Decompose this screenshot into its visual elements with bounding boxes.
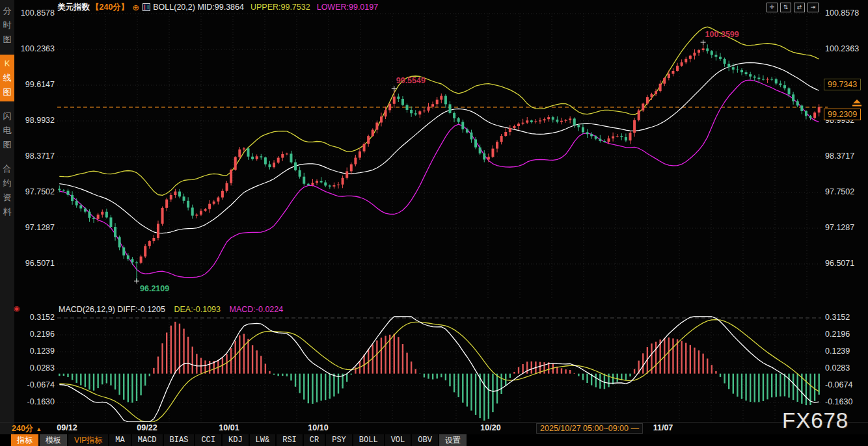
toolbar-item-CR[interactable]: CR [304,434,325,446]
macd-diff-value: DIFF:-0.1205 [117,305,165,314]
toolbar-item-设置[interactable]: 设置 [439,434,467,446]
toolbar-item-RSI[interactable]: RSI [277,434,303,446]
macd-ytick: -0.1630 [825,397,852,406]
macd-ytick: 0.2196 [825,330,850,339]
symbol-title: 美元指数 [57,2,90,13]
macd-ytick: 0.1239 [825,347,850,356]
macd-pane [59,317,819,422]
x-axis-current-label: 2025/10/27 05:00~09:00 — [536,423,643,434]
sidebar-tab-K线图[interactable]: K线图 [0,55,14,101]
main-ytick: 97.1287 [825,223,854,232]
main-ytick: 98.9932 [17,116,55,125]
toolbar-item-OBV[interactable]: OBV [412,434,438,446]
main-ytick: 100.8578 [825,8,859,18]
period-label: 【240分】 [91,2,129,13]
main-ytick: 100.2363 [17,44,55,53]
macd-dea-value: DEA:-0.1093 [174,305,221,314]
main-ytick: 96.5071 [825,259,854,268]
main-ytick: 97.1287 [17,223,55,232]
macd-ytick: -0.1630 [17,397,55,406]
main-ytick: 96.5071 [17,259,55,268]
macd-header: MACD(26,12,9) DIFF:-0.1205 DEA:-0.1093 M… [59,305,283,314]
toolbar-item-VOL[interactable]: VOL [385,434,411,446]
period-selector[interactable]: 240分▲ [12,423,42,434]
watermark-logo: FX678 [782,408,848,433]
macd-pane-icon[interactable]: ◉ [14,304,20,313]
x-axis-label: 10/01 [219,423,239,432]
candles [58,42,820,281]
bollinger-bands [59,27,819,277]
macd-ytick: 0.0283 [825,363,850,373]
sidebar: 分时图K线图闪电图合约资料 [0,0,14,446]
boll-upper-value: UPPER:99.7532 [251,3,310,12]
macd-ytick: 0.0283 [17,363,55,373]
indicator-toolbar: 指标模板VIP指标MAMACDBIASCCIKDJLW&RSICRPSYBOLL… [0,434,868,446]
band-price-tag: 99.7343 [824,79,861,90]
x-axis-label: 09/22 [137,423,157,432]
x-axis-label: 11/07 [653,423,673,432]
toolbar-item-BOLL[interactable]: BOLL [353,434,384,446]
x-axis-label: 10/10 [308,423,328,432]
toolbar-item-LW&[interactable]: LW& [250,434,276,446]
main-ytick: 97.7502 [17,187,55,196]
main-ytick: 97.7502 [825,187,854,196]
macd-ytick: 0.3152 [825,313,850,322]
last-price-tag: 99.2309 [824,109,861,120]
app-window: 分时图K线图闪电图合约资料 美元指数 【240分】 ⊕ BOLL(20,2) M… [0,0,868,446]
macd-macd-value: MACD:-0.0224 [230,305,284,314]
zoom-x-axis-icon[interactable]: ⇄ [794,3,805,12]
window-controls: ✛⇅⇄⇥ [766,3,819,12]
toolbar-item-PSY[interactable]: PSY [326,434,352,446]
x-axis-label: 10/20 [480,423,500,432]
macd-ytick: 0.2196 [17,330,55,339]
grid [57,14,821,421]
price-annotation: 100.3599 [705,30,739,39]
pan-icon[interactable]: ✛ [766,3,778,12]
triangle-up-icon: ▲ [36,426,42,432]
toolbar-item-MACD[interactable]: MACD [132,434,163,446]
main-ytick: 98.3717 [825,151,854,161]
price-annotation: 99.5549 [396,76,426,85]
macd-ytick: -0.0674 [17,380,55,389]
toolbar-item-MA[interactable]: MA [109,434,130,446]
x-axis: 240分▲ 09/1209/2210/0110/1010/202025/10/2… [0,422,868,434]
main-ytick: 99.6147 [17,80,55,89]
boll-mid-value: BOLL(20,2) MID:99.3864 [153,3,244,12]
toolbar-item-CCI[interactable]: CCI [195,434,221,446]
main-ytick: 100.2363 [825,44,859,53]
chart-header: 美元指数 【240分】 ⊕ BOLL(20,2) MID:99.3864 UPP… [57,2,378,12]
main-ytick: 100.8578 [17,8,55,18]
toolbar-item-VIP指标[interactable]: VIP指标 [68,434,108,446]
toolbar-item-指标[interactable]: 指标 [11,434,38,446]
kline-mini-icon [142,3,150,11]
last-price-marker [852,99,861,107]
exit-view-icon[interactable]: ⇥ [807,3,819,12]
macd-ytick: 0.3152 [17,313,55,322]
price-annotation: 96.2109 [140,284,169,293]
sidebar-tab-闪电图[interactable]: 闪电图 [0,107,14,154]
boll-lower-value: LOWER:99.0197 [317,3,379,12]
main-ytick: 98.3717 [17,151,55,161]
x-axis-label: 09/12 [57,423,77,432]
macd-ytick: 0.1239 [17,347,55,356]
sidebar-tab-分时图[interactable]: 分时图 [0,2,14,49]
sidebar-tab-合约资料[interactable]: 合约资料 [0,160,14,221]
price-chart-canvas[interactable] [0,0,868,446]
circle-plus-icon[interactable]: ⊕ [132,3,139,12]
toolbar-item-BIAS[interactable]: BIAS [164,434,195,446]
macd-title: MACD(26,12,9) [59,305,115,314]
zoom-y-axis-icon[interactable]: ⇅ [780,3,791,12]
macd-ytick: -0.0674 [825,380,852,389]
toolbar-item-KDJ[interactable]: KDJ [223,434,249,446]
toolbar-item-模板[interactable]: 模板 [40,434,67,446]
